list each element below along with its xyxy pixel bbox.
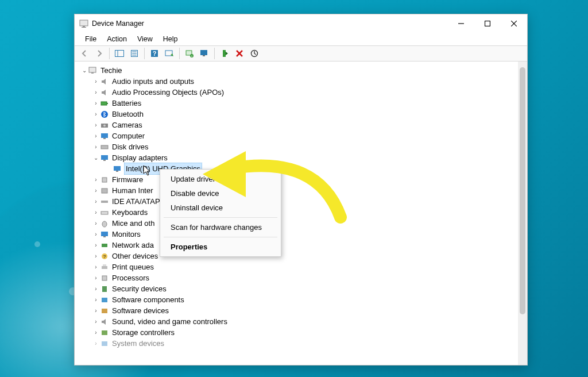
svg-rect-44	[101, 232, 108, 236]
svg-rect-25	[89, 67, 96, 72]
context-menu-uninstall-device[interactable]: Uninstall device	[160, 201, 281, 215]
svg-rect-35	[101, 155, 108, 160]
minimize-button[interactable]	[448, 14, 474, 33]
forward-button[interactable]	[93, 47, 106, 60]
svg-rect-54	[102, 309, 107, 313]
chevron-right-icon[interactable]: ›	[92, 87, 100, 98]
chevron-right-icon[interactable]: ›	[92, 120, 100, 130]
disk-icon	[100, 143, 109, 152]
monitor-toolbar-button[interactable]	[198, 47, 211, 60]
tree-item-processors[interactable]: ›Processors	[79, 272, 518, 283]
tree-item-display-adapters[interactable]: ⌄Display adapters	[79, 152, 518, 163]
chevron-right-icon[interactable]: ›	[92, 261, 100, 272]
tree-item-cameras[interactable]: ›Cameras	[79, 120, 518, 130]
chevron-right-icon[interactable]: ›	[92, 185, 100, 196]
tree-item-other[interactable]: ›?Other devices	[79, 251, 518, 261]
chevron-right-icon[interactable]: ›	[92, 109, 100, 120]
tree-item-software-devices[interactable]: ›Software devices	[79, 305, 518, 316]
tree-item-firmware[interactable]: ›Firmware	[79, 174, 518, 185]
chevron-right-icon[interactable]: ›	[92, 130, 100, 141]
device-tree[interactable]: ⌄ Techie ›Audio inputs and outputs ›Audi…	[75, 61, 518, 365]
properties-toolbar-button[interactable]	[128, 47, 141, 60]
uninstall-device-toolbar-button[interactable]	[233, 47, 246, 60]
chevron-right-icon[interactable]: ›	[92, 240, 100, 251]
tree-item-label: Network ada	[111, 240, 154, 251]
chevron-right-icon[interactable]: ›	[92, 174, 100, 185]
tree-item-label: Computer	[111, 130, 145, 141]
chevron-right-icon[interactable]: ›	[92, 305, 100, 316]
close-button[interactable]	[501, 14, 527, 33]
tree-item-sound-video[interactable]: ›Sound, video and game controllers	[79, 316, 518, 327]
chevron-right-icon[interactable]: ›	[92, 207, 100, 218]
tree-item-security[interactable]: ›Security devices	[79, 283, 518, 294]
toolbar-separator	[214, 48, 215, 59]
enable-device-button[interactable]	[218, 47, 231, 60]
tree-item-print-queues[interactable]: ›Print queues	[79, 261, 518, 272]
svg-rect-33	[103, 138, 106, 139]
tree-item-label: Human Inter	[111, 185, 154, 196]
chevron-right-icon[interactable]: ›	[92, 76, 100, 87]
tree-item-hid[interactable]: ›Human Inter	[79, 185, 518, 196]
chevron-right-icon[interactable]: ›	[92, 251, 100, 261]
tree-item-system[interactable]: ›System devices	[79, 338, 518, 349]
context-menu-update-driver[interactable]: Update driver	[160, 172, 281, 186]
chevron-right-icon[interactable]: ›	[92, 141, 100, 152]
svg-rect-19	[200, 50, 207, 55]
svg-rect-2	[82, 27, 86, 28]
tree-root[interactable]: ⌄ Techie	[79, 65, 518, 76]
tree-item-monitors[interactable]: ›Monitors	[79, 229, 518, 240]
context-menu-scan-hardware[interactable]: Scan for hardware changes	[160, 220, 281, 234]
tree-item-disk-drives[interactable]: ›Disk drives	[79, 141, 518, 152]
chevron-right-icon[interactable]: ›	[92, 283, 100, 294]
component-icon	[100, 295, 109, 305]
tree-item-ide[interactable]: ›IDE ATA/ATAP	[79, 196, 518, 207]
chevron-right-icon[interactable]: ›	[92, 218, 100, 229]
tree-item-storage[interactable]: ›Storage controllers	[79, 327, 518, 338]
chevron-right-icon[interactable]: ›	[92, 272, 100, 283]
monitor-icon	[100, 132, 109, 141]
tree-item-keyboards[interactable]: ›Keyboards	[79, 207, 518, 218]
tree-item-label: Cameras	[111, 120, 143, 130]
chevron-right-icon[interactable]: ›	[92, 196, 100, 207]
cpu-icon	[100, 274, 109, 283]
tree-item-network[interactable]: ›Network ada	[79, 240, 518, 251]
tree-item-computer[interactable]: ›Computer	[79, 130, 518, 141]
chevron-right-icon[interactable]: ›	[92, 294, 100, 305]
menu-action[interactable]: Action	[102, 34, 131, 44]
chevron-right-icon[interactable]: ›	[92, 98, 100, 109]
menu-help[interactable]: Help	[158, 34, 183, 44]
svg-rect-7	[115, 51, 124, 57]
tree-item-label: Keyboards	[111, 207, 148, 218]
chevron-right-icon[interactable]: ›	[92, 229, 100, 240]
scrollbar-thumb[interactable]	[520, 67, 525, 314]
update-driver-toolbar-button[interactable]: +	[183, 47, 196, 60]
maximize-button[interactable]	[474, 14, 501, 33]
tree-item-audio-inputs[interactable]: ›Audio inputs and outputs	[79, 76, 518, 87]
svg-rect-32	[101, 133, 108, 138]
chevron-right-icon[interactable]: ›	[92, 327, 100, 338]
storage-icon	[100, 328, 109, 337]
context-menu-disable-device[interactable]: Disable device	[160, 186, 281, 201]
scan-button[interactable]	[163, 47, 176, 60]
vertical-scrollbar[interactable]	[518, 61, 527, 365]
tree-item-mice[interactable]: ›Mice and oth	[79, 218, 518, 229]
chevron-down-icon[interactable]: ⌄	[80, 65, 88, 76]
menu-file[interactable]: File	[80, 34, 101, 44]
tree-item-apo[interactable]: ›Audio Processing Objects (APOs)	[79, 87, 518, 98]
tree-item-batteries[interactable]: ›Batteries	[79, 98, 518, 109]
tree-item-bluetooth[interactable]: ›Bluetooth	[79, 109, 518, 120]
context-menu-properties[interactable]: Properties	[160, 240, 281, 254]
show-hide-tree-button[interactable]	[113, 47, 126, 60]
disable-device-toolbar-button[interactable]	[248, 47, 261, 60]
svg-rect-52	[102, 286, 107, 292]
menu-view[interactable]: View	[133, 34, 157, 44]
svg-point-29	[101, 111, 108, 118]
help-button[interactable]: ?	[148, 47, 161, 60]
chevron-right-icon[interactable]: ›	[92, 316, 100, 327]
tree-item-software-components[interactable]: ›Software components	[79, 294, 518, 305]
back-button[interactable]	[78, 47, 91, 60]
chevron-right-icon[interactable]: ›	[92, 338, 100, 349]
tree-item-label: Batteries	[111, 98, 142, 109]
tree-item-intel-uhd[interactable]: Intel(R) UHD Graphics	[79, 163, 518, 174]
chevron-down-icon[interactable]: ⌄	[92, 152, 100, 163]
